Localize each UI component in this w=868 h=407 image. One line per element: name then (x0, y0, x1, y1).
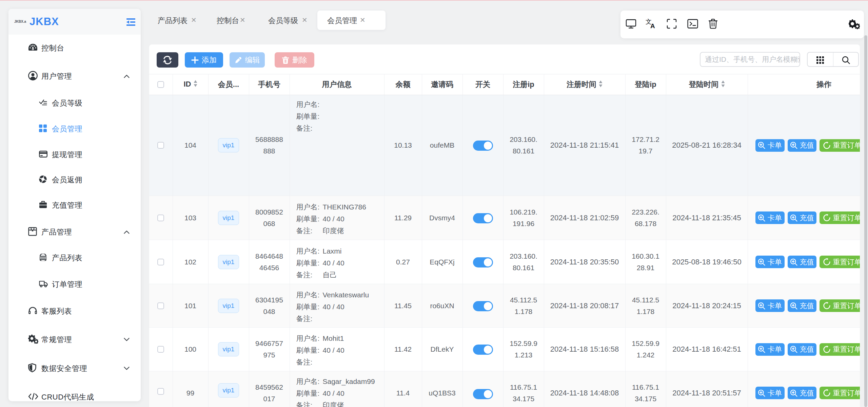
svg-text:A: A (650, 22, 655, 29)
